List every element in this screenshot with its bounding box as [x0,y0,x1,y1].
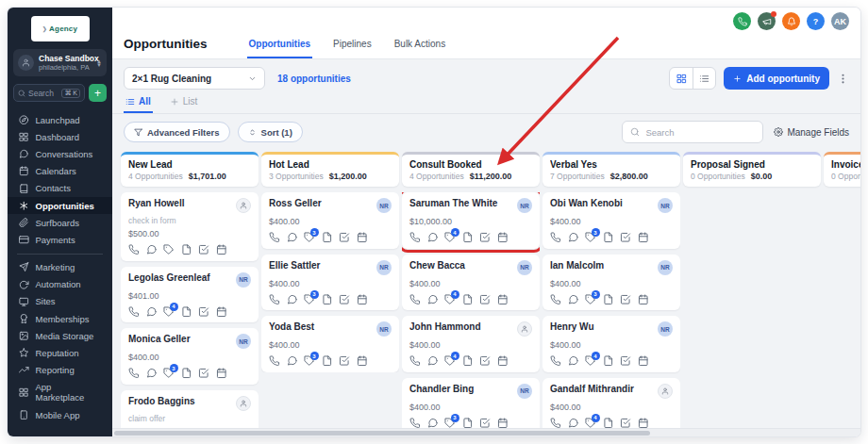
sidebar-item-mobile-app[interactable]: Mobile App [8,406,112,423]
opportunity-card[interactable]: Yoda BestNR$400.003 [261,316,399,372]
stage-header[interactable]: Consult Booked4 Opportunities$11,200.00 [402,152,540,187]
tag-icon[interactable]: 4 [444,355,456,367]
message-icon[interactable] [568,355,579,367]
tasks-icon[interactable] [620,355,631,367]
tasks-icon[interactable] [479,418,491,429]
appointment-icon[interactable] [497,355,509,367]
tag-icon[interactable]: 4 [444,294,456,305]
appointment-icon[interactable] [497,294,509,305]
stage-header[interactable]: Hot Lead3 Opportunities$1,200.00 [261,152,399,187]
board-search-input[interactable]: Search [622,121,763,143]
call-icon[interactable] [269,355,280,367]
sidebar-item-marketing[interactable]: Marketing [8,259,112,276]
tab-pipelines[interactable]: Pipelines [331,33,374,58]
sidebar-item-media-storage[interactable]: Media Storage [8,327,112,344]
message-icon[interactable] [427,294,439,305]
user-avatar[interactable]: AK [831,12,849,30]
tag-icon[interactable]: 3 [304,355,315,367]
message-icon[interactable] [146,368,158,379]
message-icon[interactable] [287,232,298,243]
call-icon[interactable] [409,294,421,305]
call-icon[interactable] [269,232,280,243]
notes-icon[interactable] [462,355,474,367]
message-icon[interactable] [287,355,298,367]
manage-fields-button[interactable]: Manage Fields [774,127,849,138]
tag-icon[interactable]: 3 [444,418,456,429]
megaphone-button[interactable] [758,12,776,30]
horizontal-scrollbar[interactable] [112,428,860,436]
notes-icon[interactable] [322,355,333,367]
opportunity-card[interactable]: Henry WuNR$400.004 [542,316,680,372]
call-icon[interactable] [550,232,561,243]
notes-icon[interactable] [462,294,474,305]
opportunity-card[interactable]: Ellie SattlerNR$400.003 [261,255,399,311]
appointment-icon[interactable] [497,418,509,429]
tab-all[interactable]: All [124,93,153,113]
sort-button[interactable]: Sort (1) [238,122,303,142]
sidebar-item-contacts[interactable]: Contacts [8,180,112,197]
sidebar-item-dashboard[interactable]: Dashboard [8,128,112,145]
tasks-icon[interactable] [620,418,631,429]
opportunity-card[interactable]: Obi Wan KenobiNR$400.003 [542,192,680,249]
phone-button[interactable] [733,12,751,30]
notifications-button[interactable] [782,12,800,30]
stage-header[interactable]: Verbal Yes7 Opportunities$2,800.00 [542,152,680,187]
sidebar-item-launchpad[interactable]: Launchpad [8,111,112,128]
call-icon[interactable] [409,355,421,367]
call-icon[interactable] [409,418,421,429]
quick-add-button[interactable]: + [89,84,107,102]
appointment-icon[interactable] [638,418,649,429]
grid-view-button[interactable] [670,68,693,89]
advanced-filters-button[interactable]: Advanced Filters [124,122,230,142]
appointment-icon[interactable] [216,244,227,255]
more-options-button[interactable] [837,73,849,85]
tasks-icon[interactable] [339,232,350,243]
sidebar-item-opportunities[interactable]: Opportunities [8,197,112,214]
call-icon[interactable] [269,294,280,305]
sidebar-search-input[interactable]: Search ⌘ K [13,84,85,102]
appointment-icon[interactable] [638,355,649,367]
notes-icon[interactable] [462,232,474,243]
tasks-icon[interactable] [198,306,209,318]
tasks-icon[interactable] [479,355,491,367]
tasks-icon[interactable] [620,232,631,243]
tasks-icon[interactable] [339,294,350,305]
scrollbar-thumb[interactable] [114,431,650,436]
message-icon[interactable] [287,294,298,305]
opportunity-card[interactable]: Gandalf Mithrandir$400.004 [542,378,680,429]
message-icon[interactable] [427,418,439,429]
sidebar-item-memberships[interactable]: Memberships [8,310,112,327]
opportunities-count-link[interactable]: 18 opportunities [277,74,351,84]
call-icon[interactable] [128,306,140,318]
appointment-icon[interactable] [638,294,649,305]
tag-icon[interactable] [163,244,175,255]
tasks-icon[interactable] [339,355,350,367]
appointment-icon[interactable] [216,368,227,379]
message-icon[interactable] [146,244,158,255]
tasks-icon[interactable] [479,232,491,243]
stage-header[interactable]: New Lead4 Opportunities$1,701.00 [121,152,259,187]
notes-icon[interactable] [322,232,333,243]
notes-icon[interactable] [181,306,192,318]
sidebar-item-reporting[interactable]: Reporting [8,362,112,379]
opportunity-card[interactable]: Saruman The WhiteNR$10,000.004 [402,192,540,249]
appointment-icon[interactable] [357,232,368,243]
add-opportunity-button[interactable]: Add opportunity [724,67,829,90]
call-icon[interactable] [409,232,421,243]
opportunity-card[interactable]: Frodo Bagginsclaim offer$400.004 [121,390,259,429]
sidebar-item-payments[interactable]: Payments [8,231,112,248]
message-icon[interactable] [427,232,439,243]
call-icon[interactable] [550,355,561,367]
notes-icon[interactable] [603,418,614,429]
opportunity-card[interactable]: Monica GellerNR$400.003 [121,328,259,385]
tag-icon[interactable]: 4 [163,306,175,318]
call-icon[interactable] [550,418,561,429]
sidebar-item-surfboards[interactable]: Surfboards [8,214,112,231]
sidebar-item-reputation[interactable]: Reputation [8,344,112,361]
tab-opportunities[interactable]: Opportunities [247,33,313,58]
opportunity-card[interactable]: Ryan Howellcheck in form$500.00 [121,192,259,261]
sidebar-item-calendars[interactable]: Calendars [8,163,112,180]
appointment-icon[interactable] [638,232,649,243]
sidebar-item-conversations[interactable]: Conversations [8,145,112,162]
tasks-icon[interactable] [479,294,491,305]
